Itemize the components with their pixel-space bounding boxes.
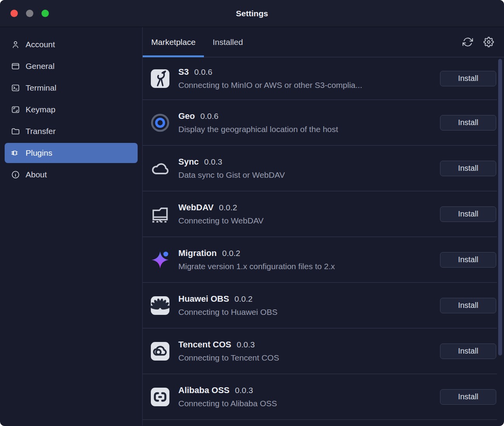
sidebar-item-keymap[interactable]: Keymap (5, 100, 138, 120)
sidebar: Account General Terminal Keymap Transfer… (0, 27, 143, 426)
tab-label: Marketplace (151, 38, 195, 47)
webdav-computer-icon (150, 204, 170, 224)
install-button[interactable]: Install (440, 344, 496, 359)
plugin-version: 0.0.2 (222, 249, 240, 258)
plugin-row-tencent-cos[interactable]: Tencent COS 0.0.3 Connecting to Tencent … (143, 328, 497, 374)
migration-star-icon (150, 250, 170, 270)
plugin-list: S3 0.0.6 Connecting to MinIO or AWS or o… (143, 57, 504, 420)
plugin-description: Display the geographical location of the… (178, 125, 338, 134)
plugin-description: Migrate version 1.x configuration files … (178, 262, 335, 271)
tab-installed[interactable]: Installed (204, 27, 251, 57)
plugin-description: Data sync to Gist or WebDAV (178, 170, 285, 180)
plugin-row-sync[interactable]: Sync 0.0.3 Data sync to Gist or WebDAV I… (143, 146, 497, 191)
install-button[interactable]: Install (440, 252, 496, 268)
sidebar-item-label: Account (26, 40, 55, 49)
geo-target-icon (150, 113, 170, 132)
plugin-version: 0.0.2 (235, 294, 253, 304)
sidebar-item-label: About (26, 170, 47, 179)
close-button[interactable] (10, 10, 18, 17)
install-button[interactable]: Install (440, 71, 496, 86)
plugin-description: Connecting to WebDAV (178, 216, 264, 225)
info-icon (11, 170, 20, 179)
tab-marketplace[interactable]: Marketplace (143, 27, 204, 57)
user-icon (11, 40, 20, 49)
plugin-name: Alibaba OSS (178, 385, 230, 395)
plugin-version: 0.0.6 (200, 112, 219, 121)
plugin-name: Tencent COS (178, 340, 231, 350)
plugin-description: Connecting to Tencent COS (178, 353, 279, 362)
plugin-row-s3[interactable]: S3 0.0.6 Connecting to MinIO or AWS or o… (143, 57, 497, 100)
sidebar-item-label: Plugins (26, 148, 52, 158)
sidebar-item-terminal[interactable]: Terminal (5, 78, 138, 98)
plugin-name: Migration (178, 248, 217, 258)
scrollbar-thumb[interactable] (498, 59, 502, 356)
tabs-bar: Marketplace Installed (143, 27, 504, 57)
sidebar-item-label: Keymap (26, 105, 55, 114)
plugin-row-migration[interactable]: Migration 0.0.2 Migrate version 1.x conf… (143, 237, 497, 283)
plugin-version: 0.0.3 (204, 157, 223, 167)
tab-label: Installed (212, 38, 243, 47)
refresh-icon[interactable] (463, 37, 473, 47)
minimize-button[interactable] (26, 10, 33, 17)
plugin-name: Sync (178, 157, 199, 167)
plugin-description: Connecting to Huawei OBS (178, 307, 278, 317)
terminal-icon (11, 83, 20, 93)
plugin-name: WebDAV (178, 203, 214, 213)
plugin-row-webdav[interactable]: WebDAV 0.0.2 Connecting to WebDAV Instal… (143, 191, 497, 237)
sidebar-item-about[interactable]: About (5, 165, 138, 185)
sidebar-item-account[interactable]: Account (5, 34, 138, 55)
plugin-row-geo[interactable]: Geo 0.0.6 Display the geographical locat… (143, 100, 497, 146)
sidebar-item-label: General (26, 62, 55, 71)
browser-window-icon (11, 62, 20, 71)
keymap-icon (11, 105, 20, 114)
tencent-cloud-icon (150, 342, 170, 361)
huawei-flower-icon (150, 296, 170, 315)
install-button[interactable]: Install (440, 298, 496, 313)
plugin-row-huawei-obs[interactable]: Huawei OBS 0.0.2 Connecting to Huawei OB… (143, 283, 497, 328)
sidebar-item-transfer[interactable]: Transfer (5, 121, 138, 141)
sync-cloud-icon (150, 159, 170, 178)
install-button[interactable]: Install (440, 161, 496, 176)
install-button[interactable]: Install (440, 115, 496, 131)
plugin-row-alibaba-oss[interactable]: Alibaba OSS 0.0.3 Connecting to Alibaba … (143, 374, 497, 420)
gear-icon[interactable] (483, 37, 494, 47)
folder-icon (11, 127, 20, 136)
sidebar-item-plugins[interactable]: Plugins (5, 143, 138, 163)
settings-window: Settings Account General Terminal Keymap… (0, 0, 504, 426)
alibaba-brackets-icon (150, 387, 170, 407)
window-title: Settings (236, 9, 268, 18)
plugin-version: 0.0.2 (219, 203, 237, 212)
plug-icon (11, 148, 20, 158)
content-pane: Marketplace Installed S3 0.0.6 Connectin… (143, 27, 504, 426)
sidebar-item-label: Transfer (26, 127, 55, 136)
sidebar-item-general[interactable]: General (5, 56, 138, 76)
plugin-version: 0.0.6 (194, 67, 212, 77)
install-button[interactable]: Install (440, 389, 496, 405)
toolbar (463, 27, 504, 57)
traffic-lights (10, 0, 49, 27)
window-body: Account General Terminal Keymap Transfer… (0, 27, 504, 426)
sidebar-item-label: Terminal (26, 83, 56, 93)
plugin-name: Geo (178, 111, 195, 121)
plugin-version: 0.0.3 (237, 340, 255, 349)
zoom-button[interactable] (41, 10, 49, 17)
plugin-name: S3 (178, 67, 189, 77)
plugin-version: 0.0.3 (235, 386, 253, 395)
s3-bird-icon (150, 69, 170, 88)
plugin-description: Connecting to Alibaba OSS (178, 399, 277, 408)
install-button[interactable]: Install (440, 206, 496, 222)
plugin-name: Huawei OBS (178, 294, 229, 304)
plugin-description: Connecting to MinIO or AWS or other S3-c… (178, 81, 362, 90)
titlebar: Settings (0, 0, 504, 27)
